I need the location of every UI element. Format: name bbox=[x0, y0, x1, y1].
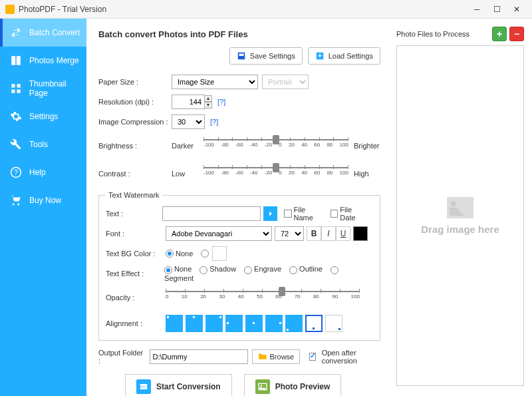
preview-icon bbox=[255, 379, 270, 394]
start-conversion-button[interactable]: Start Conversion bbox=[125, 374, 232, 396]
align-center[interactable] bbox=[245, 315, 263, 332]
grid-icon bbox=[9, 82, 23, 95]
sidebar-item-label: Help bbox=[29, 168, 46, 177]
output-folder-label: Output Folder : bbox=[98, 349, 146, 365]
effect-radio-segment[interactable] bbox=[331, 266, 338, 274]
sidebar: Batch Convert Photos Merge Thumbnail Pag… bbox=[0, 19, 86, 396]
sidebar-active-indicator bbox=[0, 19, 3, 47]
effect-radio-none[interactable] bbox=[164, 266, 172, 274]
contrast-slider[interactable]: -100-80-60-40-20020406080100 bbox=[203, 163, 348, 184]
add-file-button[interactable]: + bbox=[492, 27, 507, 41]
align-top-right[interactable] bbox=[205, 315, 223, 332]
filedate-checkbox[interactable] bbox=[331, 210, 338, 218]
alignment-row bbox=[166, 315, 342, 332]
window-title: PhotoPDF - Trial Version bbox=[19, 5, 467, 14]
wrench-icon bbox=[9, 138, 23, 151]
maximize-button[interactable] bbox=[487, 0, 507, 19]
photo-preview-button[interactable]: Photo Preview bbox=[244, 374, 342, 396]
right-panel: Photo Files to Process + − Drag image he… bbox=[392, 19, 532, 396]
sidebar-item-help[interactable]: ? Help bbox=[0, 158, 86, 186]
load-settings-button[interactable]: Load Settings bbox=[308, 47, 380, 65]
drop-hint-text: Drag image here bbox=[421, 224, 499, 235]
resolution-spinner[interactable]: ▲▼ bbox=[204, 95, 212, 108]
align-top-center[interactable] bbox=[186, 315, 203, 332]
save-icon bbox=[237, 51, 246, 61]
effect-radio-outline[interactable] bbox=[289, 266, 297, 274]
align-middle-right[interactable] bbox=[265, 315, 283, 332]
help-icon: ? bbox=[9, 166, 23, 179]
watermark-fieldset: Text Watermark Text : File Name File Dat… bbox=[98, 191, 380, 341]
sidebar-item-label: Thumbnail Page bbox=[29, 79, 86, 98]
italic-button[interactable]: I bbox=[321, 226, 336, 241]
open-after-checkbox[interactable] bbox=[309, 353, 315, 361]
page-heading: Batch convert Photos into PDF Files bbox=[98, 29, 380, 39]
sidebar-item-photos-merge[interactable]: Photos Merge bbox=[0, 47, 86, 75]
sidebar-item-buy-now[interactable]: Buy Now bbox=[0, 186, 86, 214]
resolution-label: Resolution (dpi) : bbox=[98, 98, 172, 106]
watermark-legend: Text Watermark bbox=[106, 191, 162, 199]
sidebar-item-batch-convert[interactable]: Batch Convert bbox=[0, 19, 86, 47]
sidebar-item-thumbnail-page[interactable]: Thumbnail Page bbox=[0, 75, 86, 102]
save-settings-button[interactable]: Save Settings bbox=[229, 47, 303, 65]
effect-label-none: None bbox=[174, 265, 192, 273]
bold-button[interactable]: B bbox=[307, 226, 321, 241]
font-color-swatch[interactable] bbox=[353, 226, 368, 241]
svg-point-12 bbox=[260, 385, 262, 387]
font-select[interactable]: Adobe Devanagari bbox=[166, 226, 272, 241]
sidebar-item-settings[interactable]: Settings bbox=[0, 102, 86, 130]
opacity-slider[interactable]: 0102030405060708090100 bbox=[166, 287, 360, 308]
bg-none-radio[interactable] bbox=[166, 250, 174, 258]
resolution-help-link[interactable]: [?] bbox=[217, 98, 225, 106]
underline-button[interactable]: U bbox=[336, 226, 350, 241]
bg-color-radio[interactable] bbox=[201, 250, 209, 258]
text-options-button[interactable] bbox=[263, 206, 277, 221]
start-icon bbox=[136, 379, 151, 394]
compression-select[interactable]: 30 bbox=[172, 114, 205, 129]
sidebar-item-label: Tools bbox=[29, 140, 48, 149]
filename-label: File Name bbox=[294, 206, 325, 222]
sidebar-item-label: Photos Merge bbox=[29, 56, 79, 65]
minimize-button[interactable] bbox=[467, 0, 487, 19]
paper-size-label: Paper Size : bbox=[98, 78, 172, 86]
sidebar-item-tools[interactable]: Tools bbox=[0, 130, 86, 158]
svg-rect-0 bbox=[11, 56, 15, 65]
align-bottom-center[interactable] bbox=[305, 315, 323, 332]
effect-radio-engrave[interactable] bbox=[244, 266, 252, 274]
contrast-right-label: High bbox=[354, 170, 380, 178]
watermark-text-input[interactable] bbox=[162, 206, 261, 221]
file-drop-zone[interactable]: Drag image here bbox=[396, 45, 524, 386]
align-middle-left[interactable] bbox=[225, 315, 243, 332]
paper-size-select[interactable]: Image Size bbox=[172, 75, 258, 89]
svg-rect-5 bbox=[17, 90, 20, 93]
browse-button[interactable]: Browse bbox=[252, 349, 301, 364]
output-folder-input[interactable] bbox=[150, 349, 248, 364]
compression-help-link[interactable]: [?] bbox=[210, 118, 218, 126]
effect-label-engrave: Engrave bbox=[254, 265, 281, 273]
titlebar: PhotoPDF - Trial Version bbox=[0, 0, 532, 19]
brightness-right-label: Brighter bbox=[354, 142, 380, 150]
effect-label: Text Effect : bbox=[106, 270, 164, 278]
sidebar-item-label: Settings bbox=[29, 112, 58, 121]
font-size-select[interactable]: 72 bbox=[275, 226, 304, 241]
opacity-label: Opacity : bbox=[106, 294, 166, 301]
svg-text:?: ? bbox=[14, 168, 18, 176]
svg-rect-9 bbox=[239, 54, 243, 57]
alignment-label: Alignment : bbox=[106, 319, 166, 327]
gear-icon bbox=[9, 110, 23, 123]
align-bottom-left[interactable] bbox=[285, 315, 303, 332]
bg-color-swatch[interactable] bbox=[212, 246, 227, 261]
effect-radio-shadow[interactable] bbox=[200, 266, 207, 274]
close-button[interactable] bbox=[507, 0, 527, 19]
remove-file-button[interactable]: − bbox=[509, 27, 524, 41]
contrast-label: Contrast : bbox=[98, 170, 172, 178]
merge-icon bbox=[9, 54, 23, 67]
align-top-left[interactable] bbox=[166, 315, 183, 332]
align-bottom-right[interactable] bbox=[325, 315, 342, 332]
load-icon bbox=[315, 51, 325, 61]
effect-label-segment: Segment bbox=[164, 274, 194, 282]
filename-checkbox[interactable] bbox=[284, 210, 291, 218]
sidebar-item-label: Batch Convert bbox=[29, 28, 80, 37]
files-to-process-title: Photo Files to Process bbox=[396, 30, 489, 38]
brightness-slider[interactable]: -100-80-60-40-20020406080100 bbox=[203, 135, 348, 156]
resolution-input[interactable] bbox=[172, 95, 205, 109]
